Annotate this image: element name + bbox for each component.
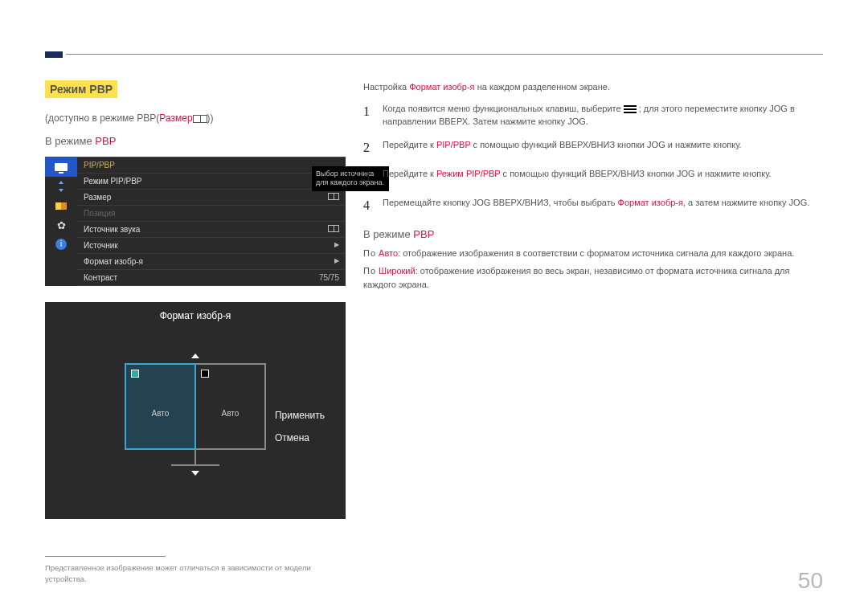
intro-text: Настройка Формат изобр-я на каждом разде… — [363, 80, 823, 94]
osd-icon-nav[interactable] — [45, 177, 77, 196]
step-4: 4 Перемещайте кнопку JOG ВВЕРХ/ВНИЗ, что… — [363, 196, 823, 215]
osd-row-size-label: Размер — [84, 193, 111, 202]
osd-row-position-label: Позиция — [84, 209, 116, 218]
pbp-preview-right[interactable]: Авто — [196, 365, 264, 448]
osd-row-format[interactable]: Формат изобр-я ▶ — [77, 254, 346, 270]
bullet-2: По Широкий: отображение изображения во в… — [363, 264, 823, 291]
osd-icon-info[interactable]: i — [45, 235, 77, 254]
pbp-preview: Авто Авто — [125, 363, 266, 450]
osd-icon-pip[interactable] — [45, 196, 77, 215]
availability-suffix: )) — [207, 112, 214, 124]
footnote-rule — [45, 556, 166, 557]
mode-line-2: В режиме PBP — [363, 228, 823, 240]
pbp-preview-left[interactable]: Авто — [125, 363, 196, 450]
s2t2: с помощью функций ВВЕРХ/ВНИЗ кнопки JOG … — [471, 140, 742, 149]
pbp-right-label: Авто — [222, 378, 240, 448]
osd-row-position: Позиция — [77, 206, 346, 222]
osd-row-contrast[interactable]: Контраст 75/75 — [77, 270, 346, 286]
format-panel: Формат изобр-я Авто Авто Применить Отмен… — [45, 302, 346, 519]
gear-icon: ✿ — [57, 219, 66, 231]
left-column: Режим PBP (доступно в режиме PBP(Размер)… — [45, 80, 346, 519]
chevron-right-icon: ▶ — [334, 241, 339, 250]
step-2-text: Перейдите к PIP/PBP с помощью функций ВВ… — [383, 138, 823, 157]
step-3-text: Перейдите к Режим PIP/PBP с помощью функ… — [383, 167, 823, 186]
step-4-num: 4 — [363, 196, 383, 215]
mode-prefix: В режиме — [45, 135, 95, 147]
s4t1: Перемещайте кнопку JOG ВВЕРХ/ВНИЗ, чтобы… — [383, 198, 618, 207]
pbp-left-label: Авто — [152, 378, 170, 448]
osd-row-mode[interactable]: Режим PIP/PBP Вкл — [77, 174, 346, 190]
mode-line: В режиме PBP — [45, 135, 346, 147]
step-1-num: 1 — [363, 102, 383, 129]
s4t2: , а затем нажмите кнопку JOG. — [683, 198, 809, 207]
osd-row-contrast-value: 75/75 — [319, 273, 339, 282]
osd-icon-display[interactable] — [45, 157, 77, 177]
cancel-button[interactable]: Отмена — [275, 432, 325, 443]
b2-body: : отображение изображения во весь экран,… — [363, 266, 790, 289]
mode-red: PBP — [95, 135, 116, 147]
right-column: Настройка Формат изобр-я на каждом разде… — [363, 80, 823, 296]
step-3-num: 3 — [363, 167, 383, 186]
intro-prefix: Настройка — [363, 82, 409, 92]
s3t2: с помощью функций ВВЕРХ/ВНИЗ кнопки JOG … — [501, 169, 772, 178]
s2red: PIP/PBP — [436, 140, 471, 149]
sound-box-icon — [328, 225, 339, 232]
osd-row-format-label: Формат изобр-я — [84, 257, 143, 266]
b1-head: По — [363, 248, 376, 258]
mode2-red: PBP — [413, 228, 434, 240]
b1-body: : отображение изображения в соответствии… — [398, 248, 794, 258]
osd-main: PIP/PBP Режим PIP/PBP Вкл Размер Позиция… — [77, 157, 346, 286]
s1t1: Когда появится меню функциональных клави… — [383, 104, 624, 113]
nav-up-icon[interactable] — [191, 353, 199, 358]
step-2-num: 2 — [363, 138, 383, 157]
panel-buttons: Применить Отмена — [275, 398, 325, 455]
intro-suffix: на каждом разделенном экране. — [475, 82, 610, 92]
monitor-stand-icon — [194, 450, 196, 464]
intro-red: Формат изобр-я — [409, 82, 474, 92]
osd-row-sound-label: Источник звука — [84, 225, 140, 234]
s2t1: Перейдите к — [383, 140, 436, 149]
osd-menu: ✿ i PIP/PBP Режим PIP/PBP Вкл Размер Поз… — [45, 157, 346, 286]
preview-marker-icon — [201, 370, 209, 378]
mode2-prefix: В режиме — [363, 228, 413, 240]
step-1-text: Когда появится меню функциональных клави… — [383, 102, 823, 129]
step-2: 2 Перейдите к PIP/PBP с помощью функций … — [363, 138, 823, 157]
s3t1: Перейдите к — [383, 169, 436, 178]
osd-row-contrast-label: Контраст — [84, 273, 117, 282]
bullet-1: По Авто: отображение изображения в соотв… — [363, 247, 823, 260]
osd-row-source[interactable]: Источник ▶ — [77, 238, 346, 254]
osd-section-title: PIP/PBP — [77, 157, 346, 174]
pbp-box-icon — [193, 115, 207, 123]
s3red: Режим PIP/PBP — [436, 169, 501, 178]
b2-head: По — [363, 266, 376, 276]
footnote: Представленное изображение может отличат… — [45, 562, 334, 584]
chevron-right-icon: ▶ — [334, 257, 339, 266]
availability-red: Размер — [159, 112, 192, 124]
apply-button[interactable]: Применить — [275, 410, 325, 421]
step-3: 3 Перейдите к Режим PIP/PBP с помощью фу… — [363, 167, 823, 186]
b2-red: Широкий — [376, 266, 416, 276]
preview-marker-icon — [131, 370, 139, 378]
menu-icon — [624, 105, 637, 113]
monitor-icon — [55, 163, 68, 171]
osd-menu-wrap: ✿ i PIP/PBP Режим PIP/PBP Вкл Размер Поз… — [45, 157, 346, 286]
info-icon: i — [55, 239, 67, 250]
b1-red: Авто — [376, 248, 398, 258]
pip-icon — [55, 202, 67, 210]
nav-down-icon[interactable] — [191, 471, 199, 476]
page-number: 50 — [798, 568, 823, 594]
header-rule — [66, 54, 823, 55]
osd-row-sound[interactable]: Источник звука — [77, 222, 346, 238]
osd-sidebar: ✿ i — [45, 157, 77, 286]
availability-prefix: (доступно в режиме PBP( — [45, 112, 159, 124]
osd-row-size[interactable]: Размер — [77, 190, 346, 206]
osd-row-source-label: Источник — [84, 241, 118, 250]
availability-line: (доступно в режиме PBP(Размер)) — [45, 112, 346, 124]
osd-row-mode-label: Режим PIP/PBP — [84, 177, 142, 186]
steps: 1 Когда появится меню функциональных кла… — [363, 102, 823, 215]
osd-icon-settings[interactable]: ✿ — [45, 215, 77, 235]
monitor-base-icon — [171, 464, 219, 466]
header-accent — [45, 51, 63, 58]
step-4-text: Перемещайте кнопку JOG ВВЕРХ/ВНИЗ, чтобы… — [383, 196, 823, 215]
section-title: Режим PBP — [45, 80, 117, 98]
